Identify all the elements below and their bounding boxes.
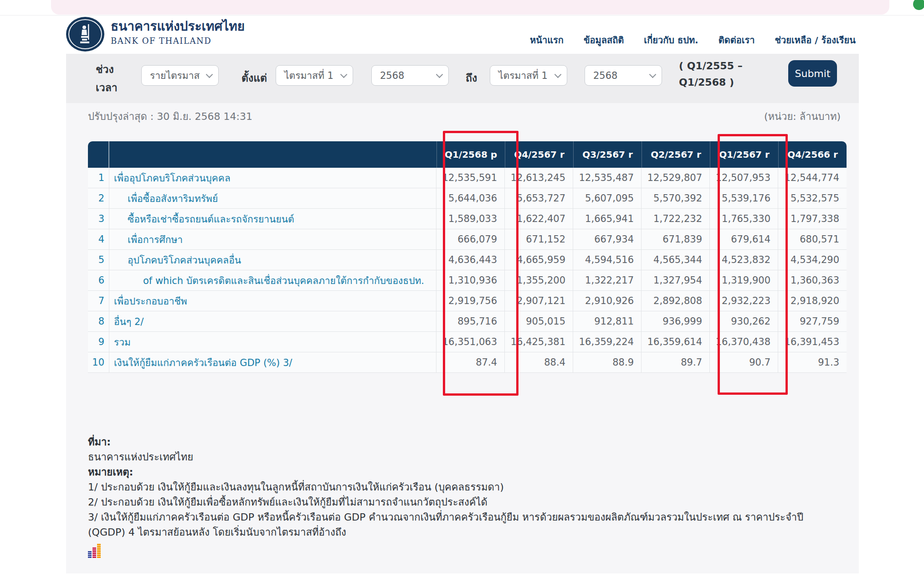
cell-5-0: 4,636,443 [436,250,505,270]
cell-2-1: 5,653,727 [505,188,573,208]
cell-10-2: 88.9 [573,352,642,372]
cell-5-5: 4,534,290 [778,250,847,270]
cell-9-0: 16,351,063 [436,332,505,352]
last-updated-text: ปรับปรุงล่าสุด : 30 มิ.ย. 2568 14:31 [88,108,252,124]
table-row: 7เพื่อประกอบอาชีพ2,919,7562,907,1212,910… [88,291,847,311]
notes-list: 1/ ประกอบด้วย เงินให้กู้ยืมและเงินลงทุนใ… [88,480,840,540]
cell-4-0: 666,079 [436,229,505,249]
cell-6-4: 1,319,900 [710,270,778,290]
header-cell-1: Q4/2567 r [505,141,573,168]
cell-5-4: 4,523,832 [710,250,778,270]
cell-4-4: 679,614 [710,229,778,249]
browser-theme-bar [51,0,889,15]
nav-item-help[interactable]: ช่วยเหลือ / ร้องเรียน [775,33,856,47]
cell-1-1: 12,613,245 [505,168,573,188]
cell-2-2: 5,607,095 [573,188,642,208]
main-nav: หน้าแรกข้อมูลสถิติเกี่ยวกับ ธปท.ติดต่อเร… [530,33,856,47]
source-label: ที่มา: [88,434,840,449]
cell-4-5: 680,571 [778,229,847,249]
note-1: 1/ ประกอบด้วย เงินให้กู้ยืมและเงินลงทุนใ… [88,480,840,495]
chevron-down-icon [649,71,657,78]
cell-1-3: 12,529,807 [642,168,710,188]
bar-chart-icon [88,543,102,558]
cell-9-3: 16,359,614 [642,332,710,352]
cell-4-1: 671,152 [505,229,573,249]
cell-10-4: 90.7 [710,352,778,372]
row-label: เงินให้กู้ยืมแก่ภาคครัวเรือนต่อ GDP (%) … [109,352,436,372]
bot-logo[interactable]: ธนาคารแห่งประเทศไทย BANK OF THAILAND [66,17,245,52]
row-number: 7 [88,291,109,311]
logo-title-english: BANK OF THAILAND [111,36,245,46]
row-number: 6 [88,270,109,290]
submit-button[interactable]: Submit [788,60,837,87]
cell-8-3: 936,999 [642,311,710,331]
cell-4-2: 667,934 [573,229,642,249]
unit-text: (หน่วย: ล้านบาท) [764,108,841,124]
row-number: 1 [88,168,109,188]
cell-8-5: 927,759 [778,311,847,331]
cell-3-5: 1,797,338 [778,209,847,229]
row-label: อื่นๆ 2/ [109,311,436,331]
notes-label: หมายเหตุ: [88,464,840,480]
nav-item-contact[interactable]: ติดต่อเรา [719,33,755,47]
header-cell-label [109,141,436,168]
cell-10-1: 88.4 [505,352,573,372]
period-label: ช่วง เวลา [96,60,118,97]
row-number: 9 [88,332,109,352]
cell-3-4: 1,765,330 [710,209,778,229]
nav-item-home[interactable]: หน้าแรก [530,33,564,47]
cell-7-3: 2,892,808 [642,291,710,311]
cell-4-3: 671,839 [642,229,710,249]
row-label: เพื่อประกอบอาชีพ [109,291,436,311]
cell-7-1: 2,907,121 [505,291,573,311]
bot-emblem-icon [66,17,104,52]
chevron-down-icon [206,71,213,78]
cell-5-2: 4,594,516 [573,250,642,270]
cell-3-0: 1,589,033 [436,209,505,229]
cell-2-0: 5,644,036 [436,188,505,208]
from-label: ตั้งแต่ [241,70,267,86]
logo-title-thai: ธนาคารแห่งประเทศไทย [111,19,245,34]
header-cell-4: Q1/2567 r [710,141,778,168]
chevron-down-icon [554,71,562,78]
row-number: 8 [88,311,109,331]
cell-8-1: 905,015 [505,311,573,331]
cell-8-0: 895,716 [436,311,505,331]
nav-item-about[interactable]: เกี่ยวกับ ธปท. [644,33,698,47]
frequency-select[interactable]: รายไตรมาส [141,65,219,86]
row-label: เพื่ออุปโภคบริโภคส่วนบุคคล [109,168,436,188]
cell-5-1: 4,665,959 [505,250,573,270]
table-row: 8อื่นๆ 2/895,716905,015912,811936,999930… [88,311,847,332]
header-cell-0: Q1/2568 p [436,141,505,168]
cell-7-0: 2,919,756 [436,291,505,311]
cell-3-1: 1,622,407 [505,209,573,229]
nav-item-statistics[interactable]: ข้อมูลสถิติ [584,33,624,47]
to-quarter-select[interactable]: ไตรมาสที่ 1 [490,65,567,86]
row-number: 4 [88,229,109,249]
cell-10-5: 91.3 [778,352,847,372]
table-row: 10เงินให้กู้ยืมแก่ภาคครัวเรือนต่อ GDP (%… [88,352,847,373]
cell-3-2: 1,665,941 [573,209,642,229]
to-label: ถึง [466,70,477,86]
cell-6-5: 1,360,363 [778,270,847,290]
table-row: 4เพื่อการศึกษา666,079671,152667,934671,8… [88,229,847,250]
cell-1-5: 12,544,774 [778,168,847,188]
cell-1-0: 12,535,591 [436,168,505,188]
row-label: ซื้อหรือเช่าซื้อรถยนต์และรถจักรยานยนต์ [109,209,436,229]
cell-9-4: 16,370,438 [710,332,778,352]
footer-notes: ที่มา: ธนาคารแห่งประเทศไทย หมายเหตุ: 1/ … [88,434,840,562]
from-year-select[interactable]: 2568 [371,65,449,86]
table-header-row: Q1/2568 pQ4/2567 rQ3/2567 rQ2/2567 rQ1/2… [88,141,847,168]
cell-6-3: 1,327,954 [642,270,710,290]
row-number: 3 [88,209,109,229]
to-year-select[interactable]: 2568 [585,65,662,86]
cell-10-0: 87.4 [436,352,505,372]
status-green-dot [913,0,924,10]
cell-9-1: 16,425,381 [505,332,573,352]
filter-bar: ช่วง เวลา รายไตรมาส ตั้งแต่ ไตรมาสที่ 1 … [66,54,859,103]
note-3: 3/ เงินให้กู้ยืมแก่ภาคครัวเรือนต่อ GDP ห… [88,510,840,540]
cell-10-3: 89.7 [642,352,710,372]
from-quarter-select[interactable]: ไตรมาสที่ 1 [276,65,353,86]
cell-2-5: 5,532,575 [778,188,847,208]
page: ธนาคารแห่งประเทศไทย BANK OF THAILAND หน้… [0,0,924,578]
